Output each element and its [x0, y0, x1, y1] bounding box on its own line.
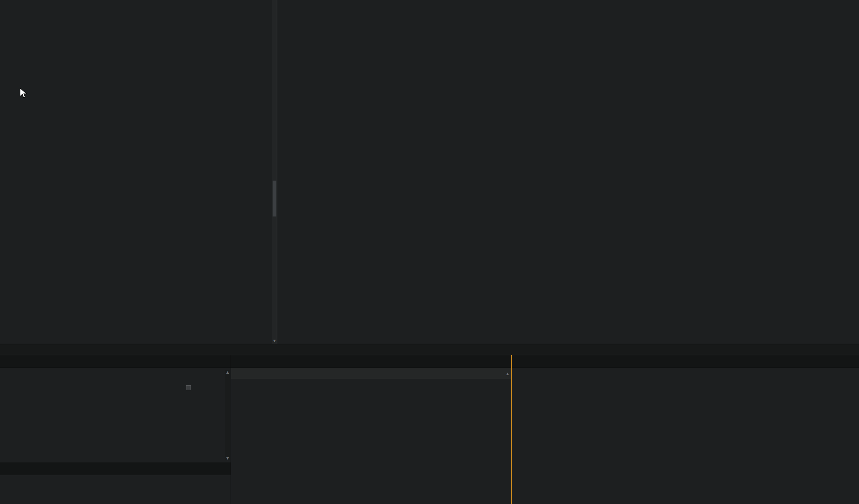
- callstack-scrollbar[interactable]: ▲ ▼: [225, 370, 230, 460]
- callstack-tabbar: [0, 355, 231, 368]
- status-bar: [0, 344, 859, 355]
- debugger-window: ▼ ▲: [0, 0, 859, 504]
- disassembly-panel: ▼: [0, 0, 277, 344]
- scroll-down-icon[interactable]: ▼: [225, 456, 230, 460]
- locals-table: [512, 368, 859, 504]
- watch-panel: ▲: [231, 355, 511, 504]
- scroll-up-icon[interactable]: ▲: [506, 372, 509, 376]
- memory-panel: [0, 475, 231, 504]
- watch-body[interactable]: [231, 379, 511, 504]
- module-icon: [186, 385, 191, 390]
- expression-header: ▲: [231, 368, 511, 379]
- scroll-up-icon[interactable]: ▲: [225, 370, 230, 374]
- scrollbar-thumb[interactable]: [273, 181, 276, 216]
- disassembly-scrollbar[interactable]: ▼: [272, 0, 277, 344]
- scroll-down-icon[interactable]: ▼: [272, 338, 277, 344]
- watch-tabbar: [231, 355, 511, 368]
- disassembly-rows: [0, 0, 272, 1]
- memory-column-header: [2, 475, 231, 484]
- callstack-panel: ▲ ▼: [0, 368, 231, 462]
- source-panel: [277, 0, 859, 344]
- locals-tabbar: [512, 355, 859, 368]
- code-area: ▼: [0, 0, 859, 344]
- stack-frame-module: [186, 385, 194, 390]
- source-rows: [277, 0, 859, 1]
- locals-panel: [512, 355, 859, 504]
- memory-tabbar: [0, 462, 231, 475]
- bottom-panels: ▲ ▼ ▲: [0, 355, 859, 504]
- left-bottom-panel: ▲ ▼: [0, 355, 231, 504]
